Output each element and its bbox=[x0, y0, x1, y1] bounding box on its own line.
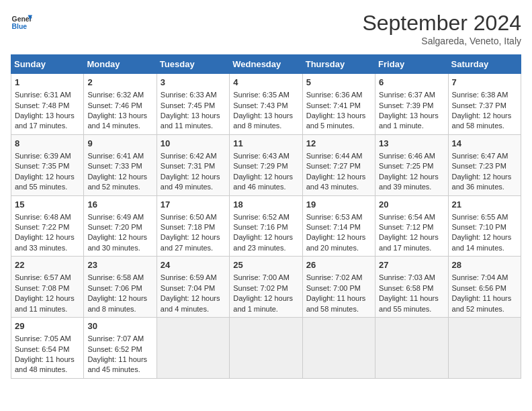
sunrise-text: Sunrise: 6:42 AM bbox=[161, 152, 217, 160]
col-header-saturday: Saturday bbox=[448, 55, 521, 74]
calendar-week-3: 15Sunrise: 6:48 AMSunset: 7:22 PMDayligh… bbox=[11, 195, 521, 257]
day-cell-7: 7Sunrise: 6:38 AMSunset: 7:37 PMDaylight… bbox=[448, 74, 521, 135]
day-number: 18 bbox=[233, 199, 298, 211]
sunset-text: Sunset: 7:04 PM bbox=[161, 284, 215, 292]
daylight-text: Daylight: 12 hours and 46 minutes. bbox=[233, 173, 293, 191]
day-cell-30: 30Sunrise: 7:07 AMSunset: 6:52 PMDayligh… bbox=[84, 318, 157, 379]
day-number: 2 bbox=[87, 77, 152, 89]
day-cell-11: 11Sunrise: 6:43 AMSunset: 7:29 PMDayligh… bbox=[230, 134, 302, 195]
day-number: 24 bbox=[161, 259, 226, 271]
day-number: 3 bbox=[161, 77, 226, 89]
sunset-text: Sunset: 7:25 PM bbox=[379, 162, 433, 170]
sunrise-text: Sunrise: 7:03 AM bbox=[379, 273, 435, 281]
sunset-text: Sunset: 7:29 PM bbox=[233, 162, 287, 170]
sunset-text: Sunset: 6:56 PM bbox=[452, 284, 506, 292]
sunset-text: Sunset: 7:08 PM bbox=[15, 284, 69, 292]
col-header-tuesday: Tuesday bbox=[157, 55, 229, 74]
day-number: 21 bbox=[452, 199, 517, 211]
day-cell-19: 19Sunrise: 6:53 AMSunset: 7:14 PMDayligh… bbox=[302, 195, 375, 257]
day-number: 8 bbox=[15, 138, 80, 150]
daylight-text: Daylight: 12 hours and 17 minutes. bbox=[379, 233, 439, 251]
sunrise-text: Sunrise: 6:32 AM bbox=[87, 91, 144, 99]
day-cell-6: 6Sunrise: 6:37 AMSunset: 7:39 PMDaylight… bbox=[375, 74, 448, 135]
sunset-text: Sunset: 7:18 PM bbox=[161, 223, 215, 231]
day-cell-28: 28Sunrise: 7:04 AMSunset: 6:56 PMDayligh… bbox=[448, 257, 521, 318]
logo: General Blue bbox=[11, 11, 32, 32]
day-number: 11 bbox=[233, 138, 298, 150]
col-header-monday: Monday bbox=[84, 55, 157, 74]
daylight-text: Daylight: 12 hours and 43 minutes. bbox=[306, 173, 366, 191]
daylight-text: Daylight: 11 hours and 55 minutes. bbox=[379, 294, 439, 312]
sunset-text: Sunset: 6:52 PM bbox=[87, 345, 142, 353]
day-number: 5 bbox=[306, 77, 371, 89]
daylight-text: Daylight: 11 hours and 45 minutes. bbox=[87, 355, 147, 373]
daylight-text: Daylight: 11 hours and 58 minutes. bbox=[306, 294, 366, 312]
sunset-text: Sunset: 7:41 PM bbox=[306, 101, 361, 109]
daylight-text: Daylight: 12 hours and 55 minutes. bbox=[15, 173, 75, 191]
empty-cell bbox=[302, 318, 375, 379]
day-cell-14: 14Sunrise: 6:47 AMSunset: 7:23 PMDayligh… bbox=[448, 134, 521, 195]
empty-cell bbox=[230, 318, 302, 379]
sunrise-text: Sunrise: 6:44 AM bbox=[306, 152, 363, 160]
col-header-wednesday: Wednesday bbox=[230, 55, 302, 74]
col-header-sunday: Sunday bbox=[11, 55, 84, 74]
sunrise-text: Sunrise: 6:46 AM bbox=[379, 152, 435, 160]
sunset-text: Sunset: 6:54 PM bbox=[15, 345, 69, 353]
daylight-text: Daylight: 12 hours and 30 minutes. bbox=[87, 233, 147, 251]
day-number: 1 bbox=[15, 77, 80, 89]
day-cell-18: 18Sunrise: 6:52 AMSunset: 7:16 PMDayligh… bbox=[230, 195, 302, 257]
daylight-text: Daylight: 13 hours and 17 minutes. bbox=[15, 111, 75, 130]
month-title: September 2024 bbox=[362, 11, 521, 36]
svg-text:Blue: Blue bbox=[12, 23, 28, 30]
day-cell-27: 27Sunrise: 7:03 AMSunset: 6:58 PMDayligh… bbox=[375, 257, 448, 318]
day-number: 6 bbox=[379, 77, 444, 89]
sunset-text: Sunset: 7:16 PM bbox=[233, 223, 287, 231]
day-cell-13: 13Sunrise: 6:46 AMSunset: 7:25 PMDayligh… bbox=[375, 134, 448, 195]
sunrise-text: Sunrise: 7:05 AM bbox=[15, 334, 71, 342]
sunrise-text: Sunrise: 7:04 AM bbox=[452, 273, 508, 281]
sunset-text: Sunset: 7:46 PM bbox=[87, 101, 142, 109]
daylight-text: Daylight: 12 hours and 52 minutes. bbox=[87, 173, 147, 191]
sunrise-text: Sunrise: 6:48 AM bbox=[15, 213, 71, 221]
sunset-text: Sunset: 7:20 PM bbox=[87, 223, 142, 231]
day-cell-3: 3Sunrise: 6:33 AMSunset: 7:45 PMDaylight… bbox=[157, 74, 229, 135]
day-cell-23: 23Sunrise: 6:58 AMSunset: 7:06 PMDayligh… bbox=[84, 257, 157, 318]
sunset-text: Sunset: 7:02 PM bbox=[233, 284, 287, 292]
daylight-text: Daylight: 12 hours and 49 minutes. bbox=[161, 173, 220, 191]
sunrise-text: Sunrise: 6:39 AM bbox=[15, 152, 71, 160]
day-number: 26 bbox=[306, 259, 371, 271]
daylight-text: Daylight: 12 hours and 1 minute. bbox=[233, 294, 293, 312]
sunrise-text: Sunrise: 6:38 AM bbox=[452, 91, 508, 99]
daylight-text: Daylight: 11 hours and 52 minutes. bbox=[452, 294, 512, 312]
location-subtitle: Salgareda, Veneto, Italy bbox=[362, 36, 521, 46]
sunrise-text: Sunrise: 7:02 AM bbox=[306, 273, 363, 281]
sunrise-text: Sunrise: 6:49 AM bbox=[87, 213, 144, 221]
day-cell-21: 21Sunrise: 6:55 AMSunset: 7:10 PMDayligh… bbox=[448, 195, 521, 257]
day-number: 4 bbox=[233, 77, 298, 89]
sunrise-text: Sunrise: 6:36 AM bbox=[306, 91, 363, 99]
day-cell-17: 17Sunrise: 6:50 AMSunset: 7:18 PMDayligh… bbox=[157, 195, 229, 257]
calendar-table: SundayMondayTuesdayWednesdayThursdayFrid… bbox=[11, 54, 521, 379]
day-cell-2: 2Sunrise: 6:32 AMSunset: 7:46 PMDaylight… bbox=[84, 74, 157, 135]
day-cell-29: 29Sunrise: 7:05 AMSunset: 6:54 PMDayligh… bbox=[11, 318, 84, 379]
day-cell-26: 26Sunrise: 7:02 AMSunset: 7:00 PMDayligh… bbox=[302, 257, 375, 318]
day-number: 20 bbox=[379, 199, 444, 211]
day-number: 27 bbox=[379, 259, 444, 271]
daylight-text: Daylight: 13 hours and 8 minutes. bbox=[233, 111, 293, 130]
day-number: 29 bbox=[15, 320, 80, 332]
calendar-week-4: 22Sunrise: 6:57 AMSunset: 7:08 PMDayligh… bbox=[11, 257, 521, 318]
sunrise-text: Sunrise: 7:07 AM bbox=[87, 334, 144, 342]
col-header-friday: Friday bbox=[375, 55, 448, 74]
day-cell-15: 15Sunrise: 6:48 AMSunset: 7:22 PMDayligh… bbox=[11, 195, 84, 257]
day-cell-25: 25Sunrise: 7:00 AMSunset: 7:02 PMDayligh… bbox=[230, 257, 302, 318]
sunset-text: Sunset: 7:37 PM bbox=[452, 101, 506, 109]
sunrise-text: Sunrise: 6:58 AM bbox=[87, 273, 144, 281]
sunset-text: Sunset: 7:35 PM bbox=[15, 162, 69, 170]
sunrise-text: Sunrise: 6:53 AM bbox=[306, 213, 363, 221]
sunset-text: Sunset: 7:14 PM bbox=[306, 223, 361, 231]
empty-cell bbox=[375, 318, 448, 379]
daylight-text: Daylight: 13 hours and 11 minutes. bbox=[161, 111, 220, 130]
day-cell-22: 22Sunrise: 6:57 AMSunset: 7:08 PMDayligh… bbox=[11, 257, 84, 318]
day-cell-9: 9Sunrise: 6:41 AMSunset: 7:33 PMDaylight… bbox=[84, 134, 157, 195]
daylight-text: Daylight: 13 hours and 1 minute. bbox=[379, 111, 439, 130]
